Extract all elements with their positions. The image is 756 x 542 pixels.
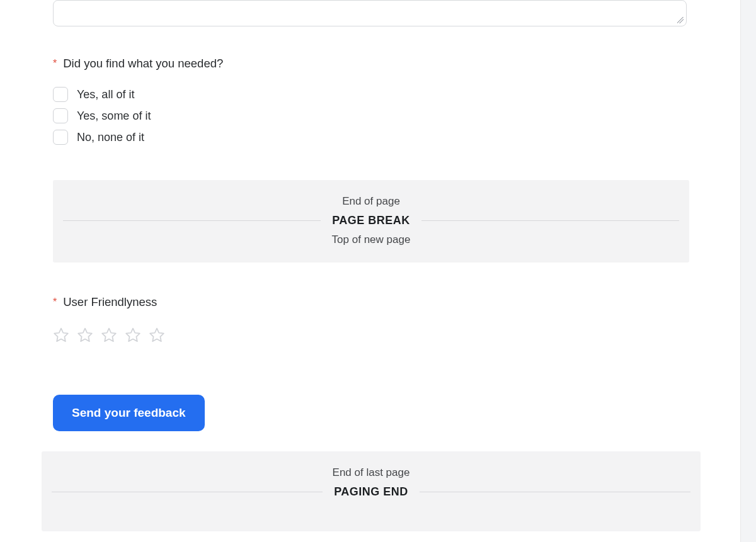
svg-marker-4 [150, 329, 164, 342]
svg-marker-3 [126, 329, 140, 342]
paging-end-label: End of last page [52, 466, 690, 479]
page-break-card: End of page PAGE BREAK Top of new page [53, 180, 689, 263]
page-break-top-label: Top of new page [63, 234, 679, 246]
question-find-needed: *Did you find what you needed? Yes, all … [53, 57, 740, 145]
checkbox-input[interactable] [53, 108, 68, 123]
checkbox-option-label: Yes, all of it [77, 88, 134, 101]
divider-line [421, 220, 679, 221]
divider-line [420, 492, 690, 492]
question-user-friendliness: *User Friendlyness [53, 295, 740, 343]
question-label: *Did you find what you needed? [53, 57, 740, 71]
send-feedback-button[interactable]: Send your feedback [53, 395, 205, 431]
checkbox-input[interactable] [53, 87, 68, 102]
required-asterisk: * [53, 58, 57, 69]
checkbox-option-row: No, none of it [53, 130, 740, 145]
checkbox-option-label: Yes, some of it [77, 110, 151, 123]
checkbox-option-row: Yes, all of it [53, 87, 740, 102]
required-asterisk: * [53, 296, 57, 307]
svg-marker-0 [54, 329, 68, 342]
divider-line [52, 492, 323, 492]
question-label-text: Did you find what you needed? [63, 57, 223, 70]
paging-end-title: PAGING END [334, 485, 408, 499]
star-icon[interactable] [101, 327, 117, 343]
checkbox-options: Yes, all of it Yes, some of it No, none … [53, 87, 740, 145]
paging-end-divider-row: PAGING END [52, 485, 690, 499]
side-panel-gutter [740, 0, 756, 542]
page-break-title: PAGE BREAK [332, 214, 410, 227]
svg-marker-2 [102, 329, 116, 342]
checkbox-option-label: No, none of it [77, 131, 144, 144]
checkbox-input[interactable] [53, 130, 68, 145]
question-label-text: User Friendlyness [63, 295, 157, 308]
star-icon[interactable] [53, 327, 69, 343]
page-break-end-label: End of page [63, 195, 679, 208]
star-icon[interactable] [125, 327, 141, 343]
svg-marker-1 [78, 329, 92, 342]
checkbox-option-row: Yes, some of it [53, 108, 740, 123]
text-response-textarea[interactable] [53, 0, 687, 26]
star-rating-row [53, 327, 740, 343]
star-icon[interactable] [77, 327, 93, 343]
page-break-divider-row: PAGE BREAK [63, 214, 679, 227]
paging-end-card: End of last page PAGING END [42, 451, 701, 531]
star-icon[interactable] [149, 327, 165, 343]
question-label: *User Friendlyness [53, 295, 740, 309]
divider-line [63, 220, 321, 221]
